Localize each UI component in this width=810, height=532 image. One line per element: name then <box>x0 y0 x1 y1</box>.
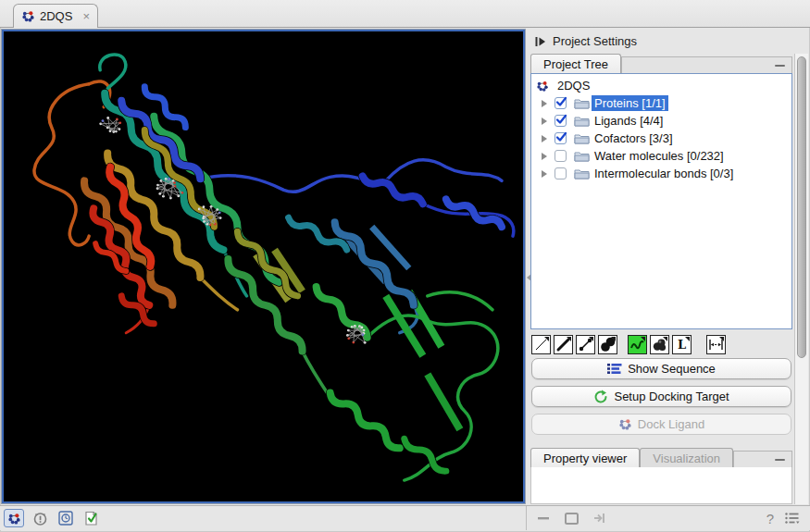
expand-arrow-icon[interactable] <box>542 153 547 160</box>
ball-and-stick-button[interactable] <box>576 335 595 354</box>
show-sequence-label: Show Sequence <box>628 362 716 376</box>
minimize-panel-icon[interactable] <box>775 65 785 67</box>
project-tree-tab-row: Project Tree <box>530 54 792 73</box>
tree-item-label[interactable]: Ligands [4/4] <box>592 113 666 129</box>
check-document-icon <box>84 511 99 526</box>
property-viewer-tab-label: Property viewer <box>543 452 627 465</box>
expand-arrow-icon[interactable] <box>542 100 547 107</box>
tree-item-label[interactable]: Cofactors [3/3] <box>592 130 676 146</box>
tab-label: 2DQS <box>40 9 72 23</box>
show-sequence-button[interactable]: Show Sequence <box>531 358 791 379</box>
wireframe-icon <box>532 336 550 353</box>
backbone-icon <box>629 336 646 353</box>
scrollbar-thumb[interactable] <box>797 56 806 358</box>
representation-toolbar: L <box>530 329 792 356</box>
visualization-tab-label: Visualization <box>653 452 720 465</box>
folder-icon <box>574 150 590 162</box>
status-bar: ? <box>0 505 810 530</box>
dock-ligand-label: Dock Ligand <box>638 417 704 431</box>
spacefill-icon <box>599 336 617 353</box>
list-menu-icon <box>784 512 800 525</box>
label-button[interactable]: L <box>672 335 692 354</box>
folder-icon <box>574 97 590 109</box>
surface-icon <box>651 336 668 353</box>
distance-icon <box>707 336 725 353</box>
distance-button[interactable] <box>706 335 726 354</box>
action-buttons: Show Sequence Setup Docking Target Dock … <box>530 356 792 441</box>
tab-row-filler <box>621 56 792 73</box>
checkbox-intermolecular-bonds[interactable] <box>555 167 567 179</box>
tree-root-label: 2DQS <box>555 78 592 93</box>
label-icon: L <box>678 339 686 351</box>
surface-button[interactable] <box>650 335 669 354</box>
window-icon <box>565 513 579 525</box>
tree-item-label[interactable]: Proteins [1/1] <box>592 95 668 111</box>
project-settings-label: Project Settings <box>553 34 637 48</box>
history-button[interactable] <box>56 509 76 527</box>
dock-arrow-icon <box>592 512 606 525</box>
molecule-3d-viewport[interactable] <box>2 30 525 503</box>
tree-item-ligands[interactable]: Ligands [4/4] <box>531 112 791 130</box>
spacefill-button[interactable] <box>598 335 617 354</box>
folder-icon <box>574 132 590 144</box>
stick-icon <box>555 336 572 353</box>
backbone-button[interactable] <box>628 335 647 354</box>
property-viewer-body <box>530 467 792 504</box>
side-panel: Project Settings Project Tree 2DQS <box>529 29 810 504</box>
panel-scrollbar[interactable] <box>794 54 808 504</box>
minimize-button[interactable] <box>533 509 554 527</box>
tree-item-proteins[interactable]: Proteins [1/1] <box>531 94 791 112</box>
checkbox-cofactors[interactable] <box>555 132 567 144</box>
tab-property-viewer[interactable]: Property viewer <box>530 448 640 467</box>
sequence-icon <box>607 362 622 376</box>
ball-and-stick-icon <box>577 336 594 353</box>
molecule-icon <box>7 512 21 526</box>
help-button[interactable]: ? <box>766 511 774 526</box>
folder-icon <box>574 167 590 179</box>
tab-visualization[interactable]: Visualization <box>640 448 733 467</box>
tab-row-filler <box>733 451 792 467</box>
tree-item-label[interactable]: Intermolecular bonds [0/3] <box>592 166 736 181</box>
tree-item-intermolecular-bonds[interactable]: Intermolecular bonds [0/3] <box>531 165 791 182</box>
project-tree-tab-label: Project Tree <box>543 57 608 71</box>
viewer-status-bar <box>0 506 527 530</box>
expand-arrow-icon[interactable] <box>542 118 547 125</box>
history-icon <box>58 511 73 526</box>
tree-root-2dqs[interactable]: 2DQS <box>531 77 791 94</box>
checkbox-ligands[interactable] <box>555 115 567 127</box>
project-settings-header[interactable]: Project Settings <box>529 29 810 54</box>
molecule-3d-rendering <box>4 31 523 501</box>
dock-ligand-icon <box>618 417 632 431</box>
validation-report-button[interactable] <box>81 509 102 527</box>
structure-view-button[interactable] <box>4 509 24 527</box>
folder-icon <box>574 115 590 127</box>
expand-arrow-icon[interactable] <box>542 170 547 178</box>
dock-ligand-button[interactable]: Dock Ligand <box>531 414 791 435</box>
checkbox-water-molecules[interactable] <box>555 150 567 162</box>
expand-panel-icon <box>535 36 546 47</box>
tab-2dqs[interactable]: 2DQS × <box>13 4 98 28</box>
project-tree[interactable]: 2DQS Proteins [1/1] Ligands [4/4] <box>530 73 792 329</box>
new-view-button[interactable] <box>561 509 581 527</box>
workspace-menu-button[interactable] <box>781 509 802 527</box>
tab-project-tree[interactable]: Project Tree <box>530 54 621 73</box>
wireframe-button[interactable] <box>531 335 551 354</box>
workspace-status-bar: ? <box>527 506 810 530</box>
bottom-tab-row: Property viewer Visualization <box>530 448 792 467</box>
molecule-icon <box>21 9 35 23</box>
tree-item-cofactors[interactable]: Cofactors [3/3] <box>531 130 791 147</box>
setup-docking-target-button[interactable]: Setup Docking Target <box>531 386 791 407</box>
tree-item-label[interactable]: Water molecules [0/232] <box>592 148 727 164</box>
checkbox-proteins[interactable] <box>555 97 567 109</box>
minimize-icon <box>538 516 550 520</box>
document-tab-bar: 2DQS × <box>0 0 810 28</box>
setup-docking-target-label: Setup Docking Target <box>614 390 729 403</box>
tab-close-icon[interactable]: × <box>82 10 90 22</box>
stick-button[interactable] <box>554 335 573 354</box>
alert-clock-icon <box>32 511 48 526</box>
dock-view-button[interactable] <box>589 509 609 527</box>
minimize-panel-icon[interactable] <box>775 459 785 461</box>
expand-arrow-icon[interactable] <box>542 135 547 142</box>
tree-item-water-molecules[interactable]: Water molecules [0/232] <box>531 147 791 165</box>
issues-button[interactable] <box>30 509 50 527</box>
